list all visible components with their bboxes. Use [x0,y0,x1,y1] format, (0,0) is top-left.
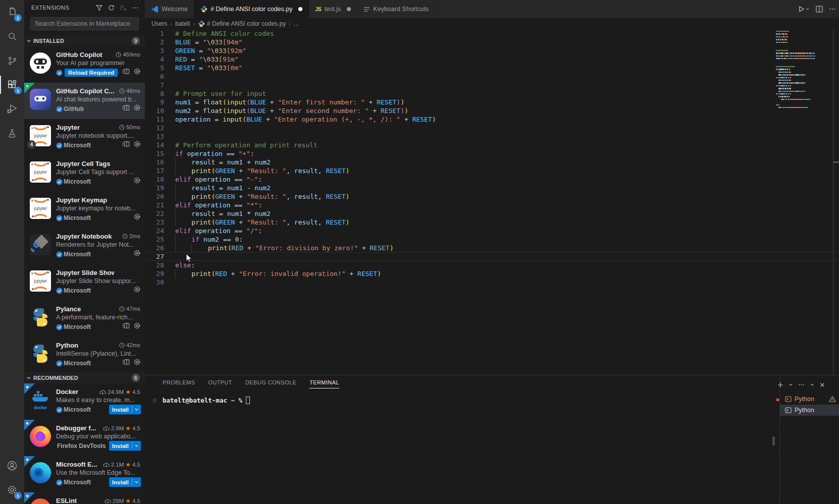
code-line-25[interactable]: 25 if num2 == 0: [145,235,839,244]
code-line-9[interactable]: 9num1 = float(input(BLUE + "Enter first … [145,98,839,106]
manage-gear-icon[interactable] [133,140,141,148]
code-line-12[interactable]: 12 [145,124,839,132]
extension-row-jupyter-keymap[interactable]: jupyterJupyter KeymapJupyter keymaps for… [24,192,145,228]
code-line-1[interactable]: 1# Define ANSI color codes [145,29,839,38]
manage-gear-icon[interactable] [133,249,141,257]
breadcrumb-item[interactable]: Users [151,20,167,27]
manage-gear-icon[interactable] [133,104,141,111]
code-line-10[interactable]: 10num2 = float(input(BLUE + "Enter secon… [145,106,839,115]
tab-welcome[interactable]: Welcome [145,0,194,18]
extension-row-eslint[interactable]: ★ESLint28M★4.5 [24,492,145,504]
code-line-28[interactable]: 28else: [145,261,839,269]
search-input[interactable]: Search Extensions in Marketplace [30,17,139,30]
panel-tab-debug-console[interactable]: DEBUG CONSOLE [245,379,296,388]
code-editor[interactable]: 1# Define ANSI color codes2BLUE = "\033[… [145,29,839,375]
code-line-11[interactable]: 11operation = input(BLUE + "Enter operat… [145,115,839,124]
extension-row-jupyter-notebook[interactable]: Jupyter Notebook ...2msRenderers for Jup… [24,228,145,264]
code-line-30[interactable]: 30 [145,278,839,287]
code-line-24[interactable]: 24elif operation == "/": [145,227,839,235]
panel-tab-terminal[interactable]: TERMINAL [309,379,339,388]
code-line-23[interactable]: 23 print(GREEN + "Result: ", result, RES… [145,218,839,227]
code-line-3[interactable]: 3GREEN = "\033[92m" [145,46,839,55]
terminal-prompt-line[interactable]: batelt@batelt-mac ~ % [153,397,250,404]
clear-extensions-icon[interactable] [118,2,129,13]
new-terminal-button[interactable] [777,382,783,388]
code-line-13[interactable]: 13 [145,132,839,141]
code-line-7[interactable]: 7 [145,81,839,89]
panel-tab-output[interactable]: OUTPUT [208,379,232,388]
modified-dot[interactable] [298,7,302,11]
modified-dot[interactable] [347,7,351,11]
tab-test-js[interactable]: JStest.js [309,0,357,18]
code-line-5[interactable]: 5RESET = "\033[0m" [145,64,839,72]
breadcrumb-item[interactable]: batelt [175,20,190,27]
code-line-8[interactable]: 8# Prompt user for input [145,89,839,98]
extension-row-microsoft-e[interactable]: ★Microsoft E...2.1M★4.5Use the Microsoft… [24,456,145,492]
code-line-2[interactable]: 2BLUE = "\033[94m" [145,38,839,46]
scrollbar-thumb[interactable] [772,436,775,445]
activity-bar-explorer[interactable]: 2 [0,0,24,24]
manage-gear-icon[interactable] [133,213,141,220]
open-in-editor-icon[interactable] [122,359,130,365]
code-line-26[interactable]: 26 print(RED + "Error: division by zero!… [145,244,839,252]
manage-gear-icon[interactable] [133,68,141,75]
open-in-editor-icon[interactable] [122,322,130,329]
panel-more-actions-icon[interactable] [798,381,805,388]
extension-row-python[interactable]: Python42msIntelliSense (Pylance), Lint..… [24,337,145,373]
code-line-15[interactable]: 15if operation == "+": [145,149,839,158]
code-line-20[interactable]: 20 print(GREEN + "Result: ", result, RES… [145,192,839,201]
extension-row-debugger-f[interactable]: ★Debugger f...2.9M★4.5Debug your web app… [24,420,145,456]
code-line-14[interactable]: 14# Perform operation and print result [145,141,839,149]
install-button[interactable]: Install [109,477,141,487]
tab-keyboard-shortcuts[interactable]: Keyboard Shortcuts [357,0,435,18]
extension-row-jupyter[interactable]: jupyter4Jupyter50msJupyter notebook supp… [24,119,145,155]
manage-gear-icon[interactable] [133,358,141,366]
launch-profile-chevron-icon[interactable] [789,382,793,387]
extension-row-pylance[interactable]: Pylance47msA performant, feature-rich...… [24,301,145,337]
manage-gear-icon[interactable] [133,286,141,293]
manage-gear-icon[interactable] [133,322,141,329]
activity-bar-run-and-debug[interactable] [0,97,24,121]
code-line-4[interactable]: 4RED = "\033[91m" [145,55,839,64]
extension-row-github-copilot[interactable]: GitHub Copilot459msYour AI pair programm… [24,46,145,83]
tab-define-ansi-color-codes-py[interactable]: # Define ANSI color codes.py [194,0,309,18]
install-button[interactable]: Install [109,405,141,414]
extension-row-github-copilot-c[interactable]: ✦GitHub Copilot C...48msAI chat features… [24,83,145,119]
code-line-22[interactable]: 22 result = num1 * num2 [145,209,839,218]
code-line-19[interactable]: 19 result = num1 - num2 [145,184,839,192]
terminal-instance-2[interactable]: Python [780,405,839,416]
extension-row-jupyter-cell-tags[interactable]: jupyterJupyter Cell TagsJupyter Cell Tag… [24,155,145,192]
open-in-editor-icon[interactable] [122,141,130,147]
minimap[interactable] [776,31,815,113]
terminal-instance-1[interactable]: Python [780,394,839,405]
code-line-27[interactable]: 27 [145,252,839,261]
extension-row-docker[interactable]: ★dockerDocker24.9M★4.5Makes it easy to c… [24,383,145,420]
open-in-editor-icon[interactable] [122,104,130,111]
activity-bar-accounts[interactable] [0,454,24,478]
extension-row-jupyter-slide-show[interactable]: jupyterJupyter Slide ShowJupyter Slide S… [24,264,145,301]
panel-tab-problems[interactable]: PROBLEMS [163,379,195,388]
run-python-file-button[interactable] [799,6,810,13]
code-line-16[interactable]: 16 result = num1 + num2 [145,158,839,166]
recommended-section-header[interactable]: RECOMMENDED 6 [24,372,145,383]
code-line-17[interactable]: 17 print(GREEN + "Result: ", result, RES… [145,166,839,175]
more-actions-icon[interactable] [130,2,141,13]
breadcrumb-item[interactable]: # Define ANSI color codes.py [198,20,286,27]
maximize-panel-icon[interactable] [810,382,815,387]
more-actions-icon[interactable] [829,6,836,13]
refresh-icon[interactable] [106,2,117,13]
activity-bar-source-control[interactable] [0,48,24,73]
manage-gear-icon[interactable] [133,177,141,184]
install-button[interactable]: Install [109,441,141,451]
close-panel-icon[interactable] [820,382,825,387]
activity-bar-testing[interactable] [0,121,24,145]
filter-icon[interactable] [93,2,104,13]
activity-bar-extensions[interactable]: 1 [0,73,24,97]
code-line-29[interactable]: 29 print(RED + "Error: invalid operation… [145,269,839,278]
breadcrumb-item[interactable]: ... [294,20,299,27]
installed-section-header[interactable]: INSTALLED 9 [24,35,145,46]
reload-required-button[interactable]: Reload Required [65,69,118,77]
code-line-21[interactable]: 21elif operation == "*": [145,201,839,209]
open-in-editor-icon[interactable] [122,68,130,75]
split-editor-button[interactable] [816,6,823,13]
